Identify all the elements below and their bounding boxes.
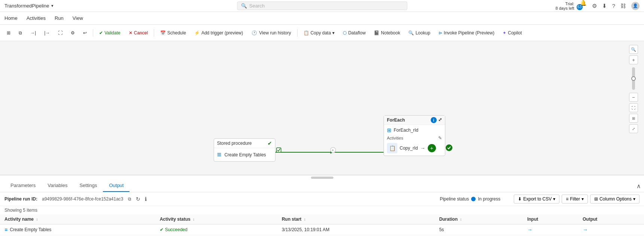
- svg-point-4: [330, 147, 336, 153]
- output-actions: ⬇ Export to CSV ▾ ≡ Filter ▾ ⊞ Column Op…: [514, 195, 640, 203]
- pipeline-run-label: Pipeline run ID:: [4, 196, 37, 202]
- foreach-expand-icon[interactable]: ⤢: [438, 117, 442, 123]
- export-csv-btn[interactable]: ⬇ Export to CSV ▾: [514, 195, 559, 203]
- copy-icon: 📋: [303, 30, 309, 36]
- zoom-slider[interactable]: [632, 67, 635, 90]
- canvas-tools: 🔍 + − ⛶ ⊞ ⤢: [629, 45, 638, 133]
- trial-info: Trial: 8 days left: [556, 1, 574, 10]
- sort-activity-status-icon[interactable]: ↕: [193, 217, 195, 221]
- menu-view[interactable]: View: [73, 13, 83, 23]
- cell-output: →: [578, 224, 644, 235]
- edit-icon[interactable]: ✎: [438, 135, 442, 141]
- col-duration: Duration ↕: [435, 214, 523, 224]
- foreach-info-icon[interactable]: i: [431, 117, 437, 123]
- col-activity-status: Activity status ↕: [155, 214, 277, 224]
- activities-label-text: Activities: [387, 136, 403, 140]
- svg-rect-2: [277, 148, 281, 152]
- sort-duration-icon[interactable]: ↕: [460, 217, 462, 221]
- toolbar-divider-2: [154, 29, 154, 37]
- canvas-select-btn[interactable]: ⧉: [16, 29, 25, 37]
- foreach-inner-icon: ⊞: [387, 127, 391, 133]
- pipeline-status-value: In progress: [478, 196, 500, 202]
- menu-home[interactable]: Home: [4, 13, 18, 23]
- cell-run-start: 3/13/2025, 10:19:01 AM: [277, 224, 435, 235]
- tab-settings[interactable]: Settings: [73, 180, 103, 192]
- zoom-in-btn[interactable]: +: [629, 55, 638, 64]
- grid-view-btn[interactable]: ⊞: [629, 114, 638, 123]
- lookup-btn[interactable]: 🔍 Lookup: [405, 29, 433, 37]
- panel-drag-handle-area[interactable]: [0, 175, 644, 180]
- column-options-btn[interactable]: ⊞ Column Options ▾: [590, 195, 640, 203]
- add-activity-btn[interactable]: +: [428, 144, 436, 152]
- menu-run[interactable]: Run: [55, 13, 64, 23]
- add-trigger-btn[interactable]: ⚡ Add trigger (preview): [191, 29, 246, 37]
- pipeline-run-id-value: a9499829-986f-476e-8fce-fce152a41ac3: [42, 196, 123, 202]
- connector-lines: +: [0, 41, 644, 168]
- tab-output[interactable]: Output: [103, 180, 129, 192]
- invoke-pipeline-btn[interactable]: ⊳ Invoke Pipeline (Preview): [436, 29, 497, 37]
- node-body-label: Create Empty Tables: [225, 152, 266, 157]
- settings-btn[interactable]: ⚙: [68, 29, 78, 37]
- cell-activity-name: ≡ Create Empty Tables: [0, 224, 155, 235]
- search-canvas-btn[interactable]: 🔍: [629, 45, 638, 54]
- export-dropdown-icon: ▾: [553, 196, 555, 202]
- canvas-grid-btn[interactable]: ⊞: [4, 29, 13, 37]
- copilot-icon: ✦: [503, 30, 506, 36]
- cell-activity-status: ✔ Succeeded: [155, 224, 277, 235]
- undo-btn[interactable]: ↩: [80, 29, 90, 37]
- output-link-icon[interactable]: →: [583, 227, 588, 233]
- menu-activities[interactable]: Activities: [27, 13, 46, 23]
- cancel-btn[interactable]: ✕ Cancel: [126, 29, 151, 37]
- validate-btn[interactable]: ✔ Validate: [96, 29, 123, 37]
- sort-activity-name-icon[interactable]: ↕: [36, 217, 38, 221]
- notebook-btn[interactable]: 📓 Notebook: [371, 29, 403, 37]
- view-run-history-btn[interactable]: 🕐 View run history: [248, 29, 294, 37]
- copilot-btn[interactable]: ✦ Copilot: [500, 29, 525, 37]
- fit-view-btn[interactable]: ⛶: [55, 29, 65, 37]
- pipeline-name: TransformedPipeline: [4, 3, 49, 9]
- copy-data-btn[interactable]: 📋 Copy data ▾: [300, 29, 338, 37]
- panel-drag-handle[interactable]: [311, 177, 333, 179]
- refresh-icon[interactable]: ↻: [136, 196, 140, 202]
- copy-run-id-icon[interactable]: ⧉: [128, 196, 131, 202]
- fullscreen-btn[interactable]: ⤢: [629, 124, 638, 133]
- help-icon[interactable]: ?: [612, 3, 615, 9]
- notification-area: 🔔 63: [580, 0, 587, 12]
- cell-duration: 5s: [435, 224, 523, 235]
- table-row: ≡ Create Empty Tables ✔ Succeeded 3/13/2…: [0, 224, 644, 235]
- filter-btn[interactable]: ≡ Filter ▾: [562, 195, 588, 203]
- settings-icon[interactable]: ⚙: [592, 3, 597, 9]
- title-bar: TransformedPipeline ▾ 🔍 Search Trial: 8 …: [0, 0, 644, 12]
- move-in-btn[interactable]: →|: [27, 29, 39, 37]
- copy-rld-icon: 📋: [387, 143, 397, 153]
- tab-variables[interactable]: Variables: [42, 180, 73, 192]
- canvas: + Stored procedure ✔ ≡ Create Empty Tabl…: [0, 41, 644, 168]
- cancel-icon: ✕: [129, 30, 132, 36]
- filter-label: Filter: [570, 196, 580, 202]
- dataflow-btn[interactable]: ⬡ Dataflow: [340, 29, 369, 37]
- chevron-down-icon[interactable]: ▾: [51, 3, 54, 8]
- move-out-btn[interactable]: |→: [41, 29, 53, 37]
- zoom-out-btn[interactable]: −: [629, 93, 638, 102]
- node-header: Stored procedure ✔: [214, 139, 275, 148]
- user-avatar[interactable]: 👤: [631, 2, 640, 10]
- svg-point-6: [446, 144, 452, 151]
- toolbar: ⊞ ⧉ →| |→ ⛶ ⚙ ↩ ✔ Validate ✕ Cancel 📅 Sc…: [0, 25, 644, 41]
- status-success: ✔ Succeeded: [160, 227, 273, 232]
- tab-parameters[interactable]: Parameters: [4, 180, 42, 192]
- stored-proc-node[interactable]: Stored procedure ✔ ≡ Create Empty Tables: [214, 138, 275, 162]
- info-icon[interactable]: ℹ: [145, 196, 147, 202]
- panel-close-btn[interactable]: ∧: [637, 183, 641, 190]
- schedule-btn[interactable]: 📅 Schedule: [157, 29, 189, 37]
- col-activity-name: Activity name ↕: [0, 214, 155, 224]
- zoom-handle[interactable]: [631, 76, 636, 81]
- pipeline-status-label: Pipeline status: [440, 196, 469, 202]
- fit-canvas-btn[interactable]: ⛶: [629, 103, 638, 112]
- copy-data-dropdown-icon: ▾: [332, 30, 335, 36]
- search-box[interactable]: 🔍 Search: [237, 1, 407, 10]
- input-link-icon[interactable]: →: [527, 227, 532, 233]
- share-icon[interactable]: ⛓: [620, 3, 626, 9]
- download-icon[interactable]: ⬇: [602, 3, 607, 9]
- sort-run-start-icon[interactable]: ↕: [304, 217, 306, 221]
- foreach-node[interactable]: ForEach i ⤢ ⊞ ForEach_rId Activities ✎ 📋…: [384, 115, 445, 156]
